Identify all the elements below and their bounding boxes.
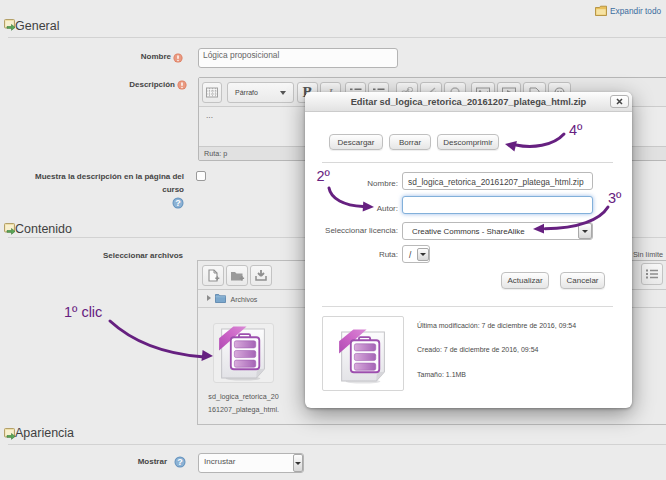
svg-text:2º: 2º [317,168,331,184]
svg-text:3º: 3º [608,190,622,206]
svg-text:1º clic: 1º clic [64,304,102,320]
svg-text:4º: 4º [569,122,583,138]
